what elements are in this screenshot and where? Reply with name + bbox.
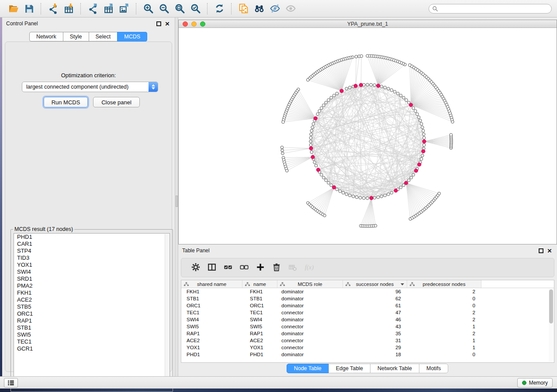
mcds-result-item[interactable]: FKH1 [14,289,170,296]
mcds-result-item[interactable]: ACE2 [14,296,170,303]
select-all-rows-button[interactable] [221,261,235,275]
table-scrollbar[interactable] [549,289,554,362]
mcds-result-item[interactable]: GCR1 [14,345,170,352]
search-input[interactable] [429,4,552,14]
zoom-in-button[interactable] [140,2,156,16]
show-all-button[interactable] [283,2,298,16]
cell-shared-name: RAP1 [181,331,242,336]
node-table-body: FKH1FKH1dominator962STB1STB1dominator620… [181,288,554,358]
zoom-selected-button[interactable] [187,2,203,16]
column-header-shared-name[interactable]: shared name [181,280,242,288]
mcds-result-item[interactable]: ORC1 [14,310,170,317]
cell-successor-nodes: 47 [343,310,407,315]
mcds-result-item[interactable]: PMA2 [14,282,170,289]
column-type-icon [280,282,285,287]
tab-network-table[interactable]: Network Table [370,364,419,373]
import-table-button[interactable] [61,2,76,16]
open-session-button[interactable] [5,2,21,16]
control-panel-title: Control Panel [2,21,38,27]
run-mcds-button[interactable]: Run MCDS [44,97,88,107]
export-network-button[interactable] [85,2,100,16]
column-header-predecessor-nodes[interactable]: predecessor nodes [407,280,481,288]
mcds-result-item[interactable]: STP4 [14,248,170,254]
table-row[interactable]: YOX1YOX1connector291 [181,344,554,351]
add-column-button[interactable] [254,261,267,275]
refresh-view-button[interactable] [211,2,227,16]
copy-network-button[interactable] [235,2,251,16]
export-network-icon [87,3,98,14]
export-image-button[interactable] [116,2,132,16]
float-window-icon[interactable] [156,21,161,26]
table-row[interactable]: STB1STB1dominator620 [181,295,554,302]
column-type-icon [183,282,189,287]
show-columns-button[interactable] [205,261,218,275]
table-options-button[interactable] [189,261,202,275]
mcds-result-item[interactable]: YOX1 [14,261,170,268]
tab-style[interactable]: Style [63,32,89,41]
optimization-criterion-select[interactable]: largest connected component (undirected) [22,82,158,92]
network-canvas[interactable] [179,28,557,244]
table-row[interactable]: SWI5SWI5connector431 [181,323,554,330]
mcds-result-item[interactable]: RAP1 [14,317,170,324]
mcds-result-item[interactable]: SWI4 [14,268,170,275]
mcds-result-item[interactable]: PHD1 [14,234,170,241]
table-row[interactable]: FKH1FKH1dominator962 [181,288,554,295]
column-header-name[interactable]: name [242,280,277,288]
tab-motifs[interactable]: Motifs [419,364,448,373]
tab-node-table[interactable]: Node Table [287,364,329,373]
cell-name: YOX1 [242,345,277,350]
hide-selected-button[interactable] [267,2,283,16]
hide-selected-icon [270,3,280,14]
network-window-titlebar[interactable]: YPA_prune.txt_1 [179,20,557,28]
delete-column-button[interactable] [270,261,283,275]
save-session-icon [24,3,35,14]
scrollbar-thumb[interactable] [549,289,553,323]
function-builder-button[interactable]: f(x) [302,261,315,275]
zoom-fit-content-button[interactable] [172,2,187,16]
column-header-MCDS-role[interactable]: MCDS role [277,280,343,288]
close-panel-button[interactable]: Close panel [93,97,140,107]
mcds-result-item[interactable]: STB1 [14,324,170,331]
tab-network[interactable]: Network [29,32,63,41]
column-header-successor-nodes[interactable]: successor nodes [343,280,407,288]
mcds-result-item[interactable]: STB5 [14,303,170,310]
mcds-result-item[interactable]: TEC1 [14,338,170,345]
zoom-out-button[interactable] [156,2,172,16]
float-window-icon[interactable] [539,248,543,253]
clear-selection-button[interactable] [238,261,251,275]
table-row[interactable]: TEC1TEC1connector472 [181,309,554,316]
close-window-icon[interactable]: × [165,21,170,26]
cell-shared-name: TEC1 [181,310,242,315]
import-table-icon [63,3,74,14]
save-session-button[interactable] [21,2,37,16]
cell-predecessor-nodes: 0 [407,303,481,308]
mcds-list-scrollbar[interactable] [165,234,169,387]
tab-select[interactable]: Select [89,32,118,41]
column-type-icon [409,282,415,287]
panel-splitter[interactable] [175,17,178,376]
network-view-window: YPA_prune.txt_1 [178,20,557,244]
add-column-icon [256,262,265,273]
table-row[interactable]: SWI4SWI4dominator462 [181,316,554,323]
task-history-button[interactable] [4,378,18,388]
memory-button[interactable]: Memory [517,378,553,388]
close-window-icon[interactable]: × [547,248,552,253]
table-row[interactable]: RAP1RAP1dominator352 [181,330,554,337]
find-neighbors-button[interactable] [251,2,267,16]
table-row[interactable]: PHD1PHD1dominator180 [181,351,554,358]
zoom-selected-icon [190,3,201,14]
delete-table-button[interactable] [286,261,299,275]
import-network-button[interactable] [45,2,61,16]
mcds-result-item[interactable]: SWI5 [14,331,170,338]
tab-mcds[interactable]: MCDS [117,32,147,41]
table-row[interactable]: ORC1ORC1dominator610 [181,302,554,309]
mcds-result-item[interactable]: SRD1 [14,275,170,282]
mcds-result-item[interactable]: CAR1 [14,241,170,248]
table-row[interactable]: ACE2ACE2connector311 [181,337,554,344]
tab-edge-table[interactable]: Edge Table [329,364,370,373]
mcds-result-item[interactable]: TID3 [14,254,170,261]
list-icon [7,379,15,386]
splitter-grip-icon[interactable] [176,196,178,207]
column-label: predecessor nodes [423,282,466,287]
export-table-button[interactable] [100,2,116,16]
